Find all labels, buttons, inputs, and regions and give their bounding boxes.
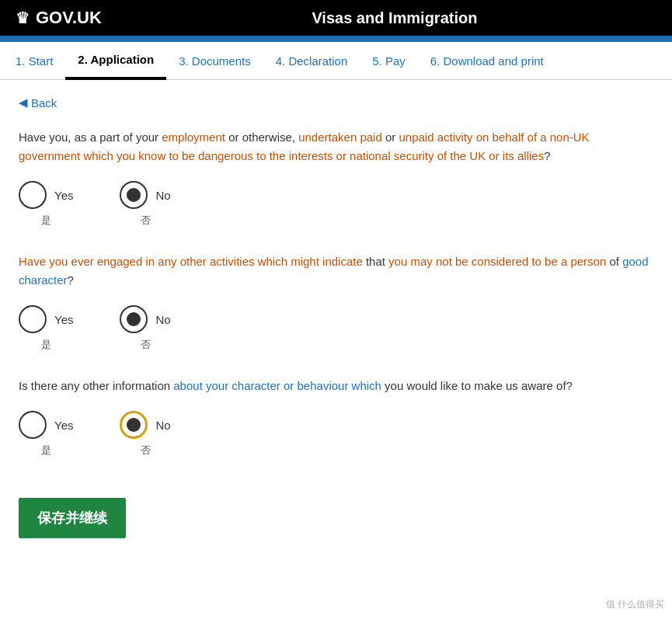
gov-logo: ♛ GOV.UK xyxy=(16,8,102,28)
question-3: Is there any other information about you… xyxy=(19,377,649,457)
q1-yes-label: Yes xyxy=(54,189,73,202)
site-title: Visas and Immigration xyxy=(133,9,656,27)
blue-bar xyxy=(0,36,672,42)
q3-yes-label: Yes xyxy=(54,419,73,432)
q1-yes-sublabel: 是 xyxy=(41,214,51,228)
logo-text: GOV.UK xyxy=(36,8,102,28)
q2-yes-radio[interactable] xyxy=(19,305,47,333)
q3-no-inner: No xyxy=(120,411,170,439)
main-content: ◀ Back Have you, as a part of your emplo… xyxy=(0,80,668,569)
question-1-text: Have you, as a part of your employment o… xyxy=(19,128,649,165)
step-navigation: 1. Start 2. Application 3. Documents 4. … xyxy=(0,42,672,80)
q2-no-sublabel: 否 xyxy=(141,338,151,352)
q3-yes-radio[interactable] xyxy=(19,411,47,439)
question-2-options: Yes 是 No 否 xyxy=(19,305,649,352)
q3-no-label: No xyxy=(155,419,170,432)
q2-yes-sublabel: 是 xyxy=(41,338,51,352)
q1-no-label: No xyxy=(155,189,170,202)
crown-icon: ♛ xyxy=(16,9,30,27)
q1-yes-inner: Yes xyxy=(19,181,73,209)
tab-pay[interactable]: 5. Pay xyxy=(360,43,418,78)
q1-no-inner: No xyxy=(120,181,170,209)
q1-yes-radio[interactable] xyxy=(19,181,47,209)
tab-application[interactable]: 2. Application xyxy=(65,42,166,80)
q2-no-inner: No xyxy=(120,305,170,333)
q1-no-option[interactable]: No 否 xyxy=(120,181,170,228)
tab-declaration[interactable]: 4. Declaration xyxy=(263,43,360,78)
q3-yes-option[interactable]: Yes 是 xyxy=(19,411,73,457)
tab-start[interactable]: 1. Start xyxy=(16,43,65,78)
q2-no-dot xyxy=(127,312,141,326)
question-3-options: Yes 是 No 否 xyxy=(19,411,649,457)
tab-documents[interactable]: 3. Documents xyxy=(166,43,263,78)
back-arrow-icon: ◀ xyxy=(19,96,28,110)
tab-download[interactable]: 6. Download and print xyxy=(418,43,556,78)
q2-no-label: No xyxy=(155,313,170,326)
q1-yes-option[interactable]: Yes 是 xyxy=(19,181,73,228)
q3-no-sublabel: 否 xyxy=(141,443,151,457)
save-continue-button[interactable]: 保存并继续 xyxy=(19,498,126,538)
back-link-text: Back xyxy=(31,96,57,110)
q3-yes-inner: Yes xyxy=(19,411,73,439)
q2-yes-inner: Yes xyxy=(19,305,73,333)
q3-no-dot xyxy=(127,418,141,432)
q3-no-option[interactable]: No 否 xyxy=(120,411,170,457)
q1-no-sublabel: 否 xyxy=(141,214,151,228)
q2-no-option[interactable]: No 否 xyxy=(120,305,170,352)
q2-yes-option[interactable]: Yes 是 xyxy=(19,305,73,352)
q2-no-radio[interactable] xyxy=(120,305,148,333)
q1-no-dot xyxy=(127,188,141,202)
site-header: ♛ GOV.UK Visas and Immigration xyxy=(0,0,672,36)
question-2: Have you ever engaged in any other activ… xyxy=(19,252,649,352)
q1-no-radio[interactable] xyxy=(120,181,148,209)
q2-yes-label: Yes xyxy=(54,313,73,326)
question-2-text: Have you ever engaged in any other activ… xyxy=(19,252,649,290)
q3-no-radio[interactable] xyxy=(120,411,148,439)
question-3-text: Is there any other information about you… xyxy=(19,377,649,395)
back-link[interactable]: ◀ Back xyxy=(19,96,57,110)
question-1-options: Yes 是 No 否 xyxy=(19,181,649,228)
question-1: Have you, as a part of your employment o… xyxy=(19,128,649,228)
q3-yes-sublabel: 是 xyxy=(41,443,51,457)
